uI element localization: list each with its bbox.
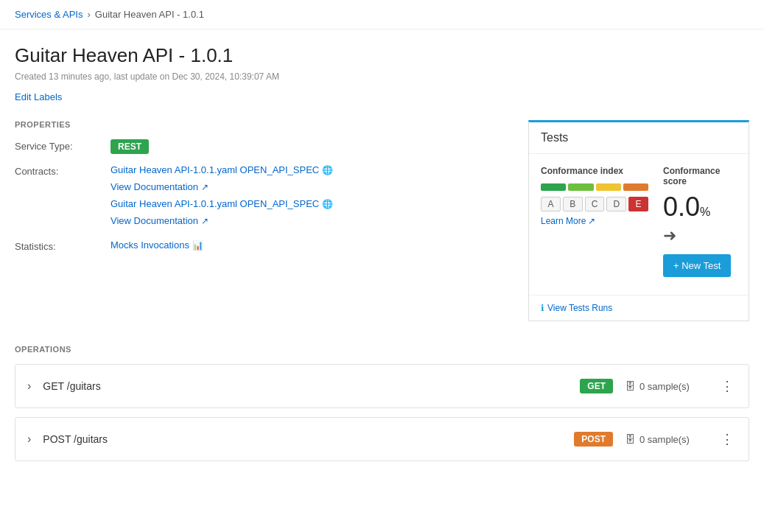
ext-link-icon-2: ↗ (201, 216, 208, 226)
ext-link-icon-1: ↗ (201, 182, 208, 192)
statistics-value: Mocks Invocations 📊 (111, 239, 514, 252)
grade-btn-c[interactable]: C (585, 197, 605, 211)
arrow-right-icon: ➜ (663, 226, 737, 245)
conformance-score-section: Conformance score 0.0% ➜ + New Test (663, 166, 737, 277)
grade-seg-d (623, 183, 648, 191)
post-guitars-name: POST /guitars (43, 433, 574, 445)
tests-panel-body: Conformance index A B C D E (529, 154, 749, 289)
operations-section: OPERATIONS › GET /guitars GET 🗄 0 sample… (15, 345, 749, 461)
score-value: 0.0% (663, 194, 737, 220)
info-circle-icon: ℹ (541, 303, 544, 313)
expand-post-guitars-button[interactable]: › (27, 430, 37, 449)
tests-panel-header: Tests (529, 122, 749, 154)
view-docs-link-1[interactable]: View Documentation ↗ (111, 181, 514, 192)
get-guitars-samples: 🗄 0 sample(s) (625, 380, 706, 392)
get-guitars-more-menu-button[interactable]: ⋮ (718, 375, 737, 397)
conformance-row: Conformance index A B C D E (541, 166, 737, 277)
operation-row-get-guitars: › GET /guitars GET 🗄 0 sample(s) ⋮ (15, 364, 749, 408)
edit-labels-button[interactable]: Edit Labels (15, 91, 62, 102)
view-docs-text-1: View Documentation (111, 181, 198, 192)
view-tests-runs-link[interactable]: ℹ View Tests Runs (541, 303, 612, 313)
grade-seg-c (596, 183, 621, 191)
conformance-score-label: Conformance score (663, 166, 737, 186)
grade-bar (541, 183, 648, 191)
globe-icon-2: 🌐 (322, 199, 333, 209)
contracts-label: Contracts: (15, 164, 111, 229)
learn-more-text: Learn More (541, 216, 586, 226)
properties-grid: Service Type: REST Contracts: Guitar Hea… (15, 139, 514, 252)
operations-section-title: OPERATIONS (15, 345, 749, 354)
breadcrumb-parent[interactable]: Services & APIs (15, 9, 83, 20)
grade-btn-a[interactable]: A (541, 197, 561, 211)
properties-section-title: PROPERTIES (15, 120, 514, 129)
get-guitars-name: GET /guitars (43, 380, 580, 392)
get-guitars-samples-text: 0 sample(s) (639, 381, 690, 392)
new-test-button[interactable]: + New Test (663, 254, 731, 277)
breadcrumb-current: Guitar Heaven API - 1.0.1 (95, 9, 204, 20)
view-tests-runs-text: View Tests Runs (547, 303, 612, 313)
contract-link-2[interactable]: Guitar Heaven API-1.0.1.yaml OPEN_API_SP… (111, 198, 514, 209)
get-method-badge: GET (580, 379, 613, 393)
breadcrumb: Services & APIs › Guitar Heaven API - 1.… (0, 0, 764, 29)
contract-link-1[interactable]: Guitar Heaven API-1.0.1.yaml OPEN_API_SP… (111, 164, 514, 175)
view-docs-text-2: View Documentation (111, 215, 198, 226)
database-icon-1: 🗄 (625, 380, 635, 392)
service-type-label: Service Type: (15, 139, 111, 154)
page-title: Guitar Heaven API - 1.0.1 (15, 44, 749, 67)
conformance-index-section: Conformance index A B C D E (541, 166, 648, 226)
mocks-invocations-link[interactable]: Mocks Invocations 📊 (111, 239, 514, 251)
learn-more-ext-icon: ↗ (588, 216, 595, 226)
statistics-label: Statistics: (15, 239, 111, 252)
database-icon-2: 🗄 (625, 433, 635, 445)
tests-panel: Tests Conformance index A (528, 120, 749, 321)
post-method-badge: POST (574, 432, 613, 447)
operation-row-post-guitars: › POST /guitars POST 🗄 0 sample(s) ⋮ (15, 417, 749, 461)
service-type-value: REST (111, 139, 514, 154)
mocks-text: Mocks Invocations (111, 239, 189, 251)
grade-labels: A B C D E (541, 197, 648, 211)
post-guitars-more-menu-button[interactable]: ⋮ (718, 428, 737, 450)
service-type-badge: REST (111, 139, 149, 154)
post-guitars-samples: 🗄 0 sample(s) (625, 433, 706, 445)
tests-panel-footer: ℹ View Tests Runs (529, 295, 749, 321)
learn-more-link[interactable]: Learn More ↗ (541, 216, 648, 226)
contracts-list: Guitar Heaven API-1.0.1.yaml OPEN_API_SP… (111, 164, 514, 229)
grade-seg-b (568, 183, 593, 191)
breadcrumb-separator: › (87, 9, 90, 20)
conformance-index-label: Conformance index (541, 166, 648, 176)
score-percent: % (700, 206, 710, 218)
expand-get-guitars-button[interactable]: › (27, 377, 37, 396)
globe-icon-1: 🌐 (322, 165, 333, 175)
grade-btn-e[interactable]: E (628, 197, 648, 211)
post-guitars-samples-text: 0 sample(s) (639, 434, 690, 445)
grade-seg-a (541, 183, 566, 191)
contract-text-1: Guitar Heaven API-1.0.1.yaml OPEN_API_SP… (111, 164, 319, 175)
score-number: 0.0 (663, 192, 700, 222)
contract-text-2: Guitar Heaven API-1.0.1.yaml OPEN_API_SP… (111, 198, 319, 209)
grade-btn-d[interactable]: D (606, 197, 626, 211)
grade-btn-b[interactable]: B (563, 197, 583, 211)
view-docs-link-2[interactable]: View Documentation ↗ (111, 215, 514, 226)
bar-chart-icon: 📊 (192, 240, 203, 251)
page-subtitle: Created 13 minutes ago, last update on D… (15, 71, 749, 82)
